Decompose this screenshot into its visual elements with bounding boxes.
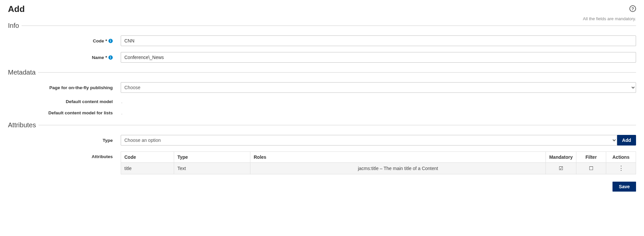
th-mandatory: Mandatory — [546, 152, 576, 163]
info-icon[interactable]: i — [108, 55, 113, 60]
cell-mandatory — [546, 163, 576, 174]
section-metadata: Metadata Page for on-the-fly publishing … — [8, 69, 636, 115]
default-model-lists-value: . — [121, 111, 122, 115]
section-info-legend: Info — [8, 22, 22, 29]
th-code: Code — [121, 152, 174, 163]
th-type: Type — [174, 152, 250, 163]
check-icon — [559, 166, 563, 171]
help-icon[interactable]: ? — [629, 5, 636, 12]
cell-roles: jacms:title – The main title of a Conten… — [250, 163, 546, 174]
page-title: Add — [8, 4, 25, 14]
kebab-icon[interactable] — [618, 167, 624, 169]
save-button[interactable]: Save — [612, 182, 636, 192]
section-attributes: Attributes Type Choose an option Add Att… — [8, 121, 636, 174]
section-metadata-legend: Metadata — [8, 69, 38, 76]
code-input[interactable] — [121, 35, 636, 46]
info-icon[interactable]: i — [108, 39, 113, 43]
name-label: Name*i — [8, 55, 121, 60]
page-publish-label: Page for on-the-fly publishing — [8, 85, 121, 90]
code-label: Code*i — [8, 38, 121, 43]
cell-filter — [576, 163, 606, 174]
default-model-lists-label: Default content model for lists — [8, 110, 121, 115]
add-attribute-button[interactable]: Add — [617, 135, 636, 146]
section-attributes-legend: Attributes — [8, 121, 38, 129]
default-model-value: . — [121, 100, 122, 104]
cell-type: Text — [174, 163, 250, 174]
type-label: Type — [8, 138, 121, 143]
attributes-table-label: Attributes — [8, 151, 121, 159]
th-filter: Filter — [576, 152, 606, 163]
table-row: title Text jacms:title – The main title … — [121, 163, 636, 174]
th-actions: Actions — [606, 152, 636, 163]
attributes-table: Code Type Roles Mandatory Filter Actions… — [121, 151, 636, 174]
th-roles: Roles — [250, 152, 546, 163]
checkbox-empty-icon — [589, 166, 593, 171]
section-info: Info Code*i Name*i — [8, 22, 636, 63]
type-select[interactable]: Choose an option — [121, 135, 617, 146]
cell-actions — [606, 163, 636, 174]
mandatory-note: All the fields are mandatory. — [8, 16, 636, 21]
name-input[interactable] — [121, 52, 636, 63]
page-publish-select[interactable]: Choose — [121, 82, 636, 93]
cell-code: title — [121, 163, 174, 174]
default-model-label: Default content model — [8, 99, 121, 104]
